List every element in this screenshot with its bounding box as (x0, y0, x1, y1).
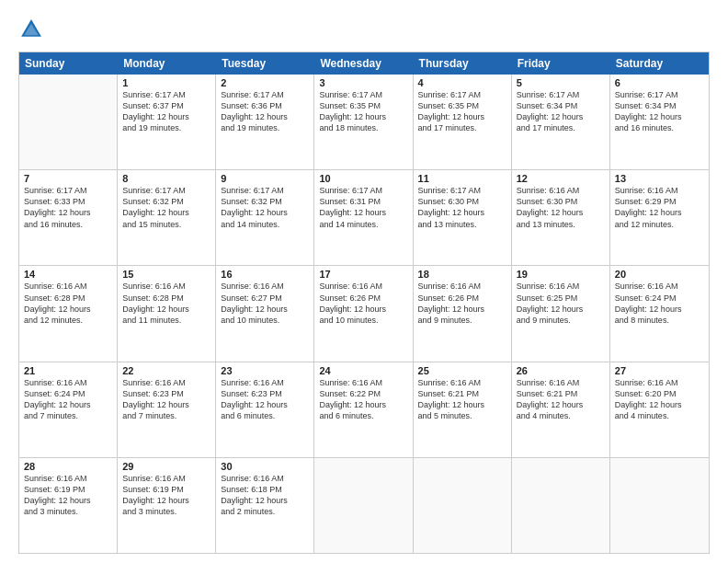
calendar-cell: 24Sunrise: 6:16 AM Sunset: 6:22 PM Dayli… (314, 362, 413, 457)
calendar-cell: 27Sunrise: 6:16 AM Sunset: 6:20 PM Dayli… (610, 362, 709, 457)
day-info: Sunrise: 6:16 AM Sunset: 6:28 PM Dayligh… (24, 281, 112, 326)
day-number: 13 (615, 173, 704, 184)
calendar-cell (19, 75, 118, 169)
day-number: 12 (517, 173, 605, 184)
day-info: Sunrise: 6:17 AM Sunset: 6:32 PM Dayligh… (122, 185, 210, 230)
day-info: Sunrise: 6:16 AM Sunset: 6:27 PM Dayligh… (221, 281, 309, 326)
day-number: 11 (418, 173, 506, 184)
day-number: 27 (615, 365, 704, 376)
calendar-body: 1Sunrise: 6:17 AM Sunset: 6:37 PM Daylig… (19, 75, 709, 553)
calendar-cell: 1Sunrise: 6:17 AM Sunset: 6:37 PM Daylig… (118, 75, 216, 169)
day-number: 8 (122, 173, 210, 184)
calendar-cell: 7Sunrise: 6:17 AM Sunset: 6:33 PM Daylig… (19, 170, 118, 265)
header-day: Friday (512, 52, 610, 75)
header-day: Saturday (610, 52, 709, 75)
calendar-cell: 11Sunrise: 6:17 AM Sunset: 6:30 PM Dayli… (414, 170, 512, 265)
day-info: Sunrise: 6:16 AM Sunset: 6:23 PM Dayligh… (122, 377, 210, 422)
day-number: 9 (221, 173, 309, 184)
day-info: Sunrise: 6:16 AM Sunset: 6:21 PM Dayligh… (418, 377, 506, 422)
day-number: 3 (319, 77, 407, 88)
calendar-cell: 4Sunrise: 6:17 AM Sunset: 6:35 PM Daylig… (414, 75, 512, 169)
day-number: 21 (24, 365, 112, 376)
day-number: 2 (221, 77, 309, 88)
page: SundayMondayTuesdayWednesdayThursdayFrid… (0, 0, 728, 563)
calendar-cell: 21Sunrise: 6:16 AM Sunset: 6:24 PM Dayli… (19, 362, 118, 457)
day-info: Sunrise: 6:17 AM Sunset: 6:32 PM Dayligh… (221, 185, 309, 230)
calendar-cell: 18Sunrise: 6:16 AM Sunset: 6:26 PM Dayli… (414, 266, 512, 361)
day-number: 19 (517, 269, 605, 280)
calendar-cell: 9Sunrise: 6:17 AM Sunset: 6:32 PM Daylig… (216, 170, 314, 265)
day-info: Sunrise: 6:17 AM Sunset: 6:33 PM Dayligh… (24, 185, 112, 230)
calendar-cell: 12Sunrise: 6:16 AM Sunset: 6:30 PM Dayli… (512, 170, 610, 265)
day-number: 17 (319, 269, 407, 280)
calendar-cell: 26Sunrise: 6:16 AM Sunset: 6:21 PM Dayli… (512, 362, 610, 457)
calendar-row: 7Sunrise: 6:17 AM Sunset: 6:33 PM Daylig… (19, 170, 709, 266)
day-info: Sunrise: 6:16 AM Sunset: 6:28 PM Dayligh… (122, 281, 210, 326)
day-info: Sunrise: 6:17 AM Sunset: 6:34 PM Dayligh… (615, 89, 704, 134)
day-info: Sunrise: 6:16 AM Sunset: 6:26 PM Dayligh… (319, 281, 407, 326)
day-number: 23 (221, 365, 309, 376)
day-number: 15 (122, 269, 210, 280)
calendar-cell: 10Sunrise: 6:17 AM Sunset: 6:31 PM Dayli… (314, 170, 413, 265)
header-day: Tuesday (216, 52, 314, 75)
header-day: Wednesday (314, 52, 413, 75)
day-info: Sunrise: 6:17 AM Sunset: 6:31 PM Dayligh… (319, 185, 407, 230)
calendar-row: 21Sunrise: 6:16 AM Sunset: 6:24 PM Dayli… (19, 362, 709, 458)
day-info: Sunrise: 6:17 AM Sunset: 6:35 PM Dayligh… (319, 89, 407, 134)
calendar-cell: 8Sunrise: 6:17 AM Sunset: 6:32 PM Daylig… (118, 170, 216, 265)
logo (18, 17, 48, 42)
calendar-cell: 14Sunrise: 6:16 AM Sunset: 6:28 PM Dayli… (19, 266, 118, 361)
calendar-cell: 25Sunrise: 6:16 AM Sunset: 6:21 PM Dayli… (414, 362, 512, 457)
day-info: Sunrise: 6:16 AM Sunset: 6:22 PM Dayligh… (319, 377, 407, 422)
day-number: 1 (122, 77, 210, 88)
day-info: Sunrise: 6:17 AM Sunset: 6:36 PM Dayligh… (221, 89, 309, 134)
calendar-row: 14Sunrise: 6:16 AM Sunset: 6:28 PM Dayli… (19, 266, 709, 362)
day-number: 16 (221, 269, 309, 280)
calendar-header: SundayMondayTuesdayWednesdayThursdayFrid… (19, 52, 709, 75)
calendar-cell: 30Sunrise: 6:16 AM Sunset: 6:18 PM Dayli… (216, 458, 314, 553)
day-info: Sunrise: 6:16 AM Sunset: 6:21 PM Dayligh… (517, 377, 605, 422)
day-number: 4 (418, 77, 506, 88)
day-info: Sunrise: 6:16 AM Sunset: 6:24 PM Dayligh… (24, 377, 112, 422)
calendar-cell: 15Sunrise: 6:16 AM Sunset: 6:28 PM Dayli… (118, 266, 216, 361)
day-info: Sunrise: 6:17 AM Sunset: 6:30 PM Dayligh… (418, 185, 506, 230)
calendar-cell: 23Sunrise: 6:16 AM Sunset: 6:23 PM Dayli… (216, 362, 314, 457)
logo-icon (18, 17, 44, 42)
day-info: Sunrise: 6:17 AM Sunset: 6:35 PM Dayligh… (418, 89, 506, 134)
day-number: 6 (615, 77, 704, 88)
calendar-cell: 16Sunrise: 6:16 AM Sunset: 6:27 PM Dayli… (216, 266, 314, 361)
calendar-cell: 19Sunrise: 6:16 AM Sunset: 6:25 PM Dayli… (512, 266, 610, 361)
calendar-cell: 3Sunrise: 6:17 AM Sunset: 6:35 PM Daylig… (314, 75, 413, 169)
day-number: 18 (418, 269, 506, 280)
day-info: Sunrise: 6:16 AM Sunset: 6:30 PM Dayligh… (517, 185, 605, 230)
calendar-cell: 29Sunrise: 6:16 AM Sunset: 6:19 PM Dayli… (118, 458, 216, 553)
day-info: Sunrise: 6:16 AM Sunset: 6:18 PM Dayligh… (221, 473, 309, 518)
calendar-cell: 22Sunrise: 6:16 AM Sunset: 6:23 PM Dayli… (118, 362, 216, 457)
header-day: Monday (118, 52, 216, 75)
calendar-row: 1Sunrise: 6:17 AM Sunset: 6:37 PM Daylig… (19, 75, 709, 170)
calendar-cell: 20Sunrise: 6:16 AM Sunset: 6:24 PM Dayli… (610, 266, 709, 361)
day-number: 25 (418, 365, 506, 376)
header-day: Sunday (19, 52, 118, 75)
calendar: SundayMondayTuesdayWednesdayThursdayFrid… (18, 52, 710, 554)
header (18, 17, 710, 42)
day-info: Sunrise: 6:16 AM Sunset: 6:29 PM Dayligh… (615, 185, 704, 230)
day-number: 28 (24, 461, 112, 472)
calendar-cell: 13Sunrise: 6:16 AM Sunset: 6:29 PM Dayli… (610, 170, 709, 265)
day-info: Sunrise: 6:16 AM Sunset: 6:19 PM Dayligh… (24, 473, 112, 518)
calendar-cell: 2Sunrise: 6:17 AM Sunset: 6:36 PM Daylig… (216, 75, 314, 169)
calendar-row: 28Sunrise: 6:16 AM Sunset: 6:19 PM Dayli… (19, 458, 709, 553)
day-info: Sunrise: 6:16 AM Sunset: 6:25 PM Dayligh… (517, 281, 605, 326)
day-number: 29 (122, 461, 210, 472)
day-number: 24 (319, 365, 407, 376)
header-day: Thursday (414, 52, 512, 75)
day-info: Sunrise: 6:17 AM Sunset: 6:34 PM Dayligh… (517, 89, 605, 134)
calendar-cell (414, 458, 512, 553)
calendar-cell: 17Sunrise: 6:16 AM Sunset: 6:26 PM Dayli… (314, 266, 413, 361)
calendar-cell: 6Sunrise: 6:17 AM Sunset: 6:34 PM Daylig… (610, 75, 709, 169)
calendar-cell: 5Sunrise: 6:17 AM Sunset: 6:34 PM Daylig… (512, 75, 610, 169)
day-number: 7 (24, 173, 112, 184)
day-number: 10 (319, 173, 407, 184)
day-info: Sunrise: 6:17 AM Sunset: 6:37 PM Dayligh… (122, 89, 210, 134)
day-info: Sunrise: 6:16 AM Sunset: 6:23 PM Dayligh… (221, 377, 309, 422)
